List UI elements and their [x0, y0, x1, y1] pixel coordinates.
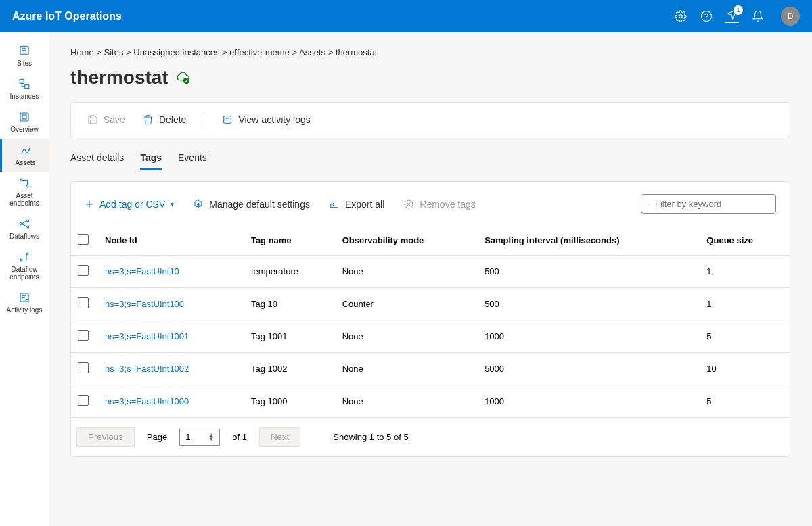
table-row: ns=3;s=FastUInt1000Tag 1000None10005 [71, 385, 790, 418]
dataflows-icon [18, 218, 30, 230]
sidebar-item-dataflows[interactable]: Dataflows [0, 212, 49, 245]
svg-point-8 [26, 185, 28, 187]
pager: Previous Page 1▲▼ of 1 Next Showing 1 to… [71, 418, 790, 456]
sidebar-item-sites[interactable]: Sites [0, 39, 49, 72]
svg-rect-5 [20, 113, 28, 121]
sidebar-item-assets[interactable]: Assets [0, 139, 49, 172]
col-obs-mode[interactable]: Observability mode [336, 226, 478, 256]
help-icon[interactable] [700, 9, 713, 23]
dataflow-endpoints-icon [18, 251, 30, 263]
bc-assets[interactable]: Assets [299, 47, 325, 57]
gear-icon[interactable] [674, 9, 687, 23]
bc-unassigned[interactable]: Unassigned instances [133, 47, 219, 57]
node-id-link[interactable]: ns=3;s=FastUInt100 [98, 288, 244, 320]
sidebar: Sites Instances Overview Assets Asset en… [0, 32, 49, 526]
sidebar-item-asset-endpoints[interactable]: Asset endpoints [0, 172, 49, 212]
svg-point-12 [20, 259, 22, 261]
svg-rect-4 [25, 85, 29, 89]
page-title: thermostat [70, 67, 790, 89]
top-actions: 1 D [674, 7, 800, 26]
feedback-icon[interactable]: 1 [725, 9, 739, 23]
table-row: ns=3;s=FastUInt1001Tag 1001None10005 [71, 320, 790, 353]
col-queue[interactable]: Queue size [700, 226, 790, 256]
sites-icon [18, 45, 30, 57]
add-tag-button[interactable]: Add tag or CSV▾ [85, 199, 174, 210]
search-input[interactable] [655, 199, 769, 209]
next-button: Next [259, 427, 300, 447]
tags-card: Add tag or CSV▾ Manage default settings … [70, 181, 790, 457]
select-all-checkbox[interactable] [78, 234, 89, 245]
top-bar: Azure IoT Operations 1 D [0, 0, 812, 32]
sidebar-item-overview[interactable]: Overview [0, 105, 49, 139]
bc-instance[interactable]: effective-meme [229, 47, 290, 57]
prev-button: Previous [76, 427, 135, 447]
bc-home[interactable]: Home [70, 47, 94, 57]
manage-defaults-button[interactable]: Manage default settings [193, 199, 310, 210]
node-id-link[interactable]: ns=3;s=FastUInt10 [98, 256, 244, 288]
svg-rect-16 [224, 116, 231, 124]
toolbar-card: Save Delete View activity logs [70, 102, 790, 137]
tabs: Asset details Tags Events [70, 152, 790, 170]
assets-icon [20, 144, 32, 156]
row-checkbox[interactable] [78, 265, 89, 276]
sidebar-item-dataflow-endpoints[interactable]: Dataflow endpoints [0, 245, 49, 286]
node-id-link[interactable]: ns=3;s=FastUInt1000 [98, 385, 244, 418]
col-node-id[interactable]: Node Id [98, 226, 244, 256]
save-button: Save [87, 114, 125, 125]
bc-sites[interactable]: Sites [104, 47, 124, 57]
brand-title: Azure IoT Operations [12, 10, 122, 22]
svg-point-0 [679, 15, 683, 18]
chevron-down-icon: ▾ [171, 200, 174, 208]
col-interval[interactable]: Sampling interval (milliseconds) [478, 226, 700, 256]
svg-rect-6 [22, 115, 26, 119]
overview-icon [18, 111, 30, 123]
search-icon [648, 199, 650, 209]
logs-icon [18, 291, 30, 304]
table-row: ns=3;s=FastUInt1002Tag 1002None500010 [71, 353, 790, 385]
row-checkbox[interactable] [78, 297, 89, 308]
search-box[interactable] [641, 194, 776, 214]
svg-point-7 [20, 179, 22, 181]
page-input[interactable]: 1▲▼ [179, 429, 220, 446]
node-id-link[interactable]: ns=3;s=FastUInt1002 [98, 353, 244, 385]
svg-rect-14 [20, 293, 28, 302]
showing-text: Showing 1 to 5 of 5 [333, 432, 408, 442]
tags-table: Node Id Tag name Observability mode Samp… [71, 226, 790, 418]
bell-icon[interactable] [751, 9, 765, 23]
svg-point-23 [648, 204, 649, 204]
table-row: ns=3;s=FastUInt10temperatureNone5001 [71, 256, 790, 288]
svg-point-9 [20, 223, 22, 225]
instances-icon [18, 78, 30, 90]
row-checkbox[interactable] [78, 362, 89, 373]
asset-endpoints-icon [18, 177, 30, 189]
main-content: Home > Sites > Unassigned instances > ef… [49, 32, 812, 526]
cloud-synced-icon [175, 70, 190, 85]
delete-button[interactable]: Delete [143, 114, 186, 125]
tab-events[interactable]: Events [178, 152, 207, 170]
svg-point-10 [27, 220, 29, 222]
table-row: ns=3;s=FastUInt100Tag 10Counter5001 [71, 288, 790, 320]
row-checkbox[interactable] [78, 395, 89, 406]
export-all-button[interactable]: Export all [329, 199, 384, 210]
node-id-link[interactable]: ns=3;s=FastUInt1001 [98, 320, 244, 353]
tab-asset-details[interactable]: Asset details [70, 152, 124, 170]
svg-point-1 [702, 11, 712, 22]
remove-tags-button: Remove tags [403, 199, 475, 210]
breadcrumb: Home > Sites > Unassigned instances > ef… [70, 47, 790, 57]
avatar[interactable]: D [781, 7, 800, 26]
sidebar-item-activity-logs[interactable]: Activity logs [0, 286, 49, 319]
feedback-badge: 1 [734, 5, 743, 15]
sidebar-item-instances[interactable]: Instances [0, 72, 49, 105]
svg-point-19 [197, 203, 200, 206]
col-tag-name[interactable]: Tag name [244, 226, 336, 256]
svg-rect-3 [20, 79, 24, 83]
tab-tags[interactable]: Tags [140, 152, 162, 170]
view-logs-button[interactable]: View activity logs [222, 114, 310, 125]
bc-current: thermostat [336, 47, 377, 57]
svg-point-11 [27, 226, 29, 228]
row-checkbox[interactable] [78, 330, 89, 341]
